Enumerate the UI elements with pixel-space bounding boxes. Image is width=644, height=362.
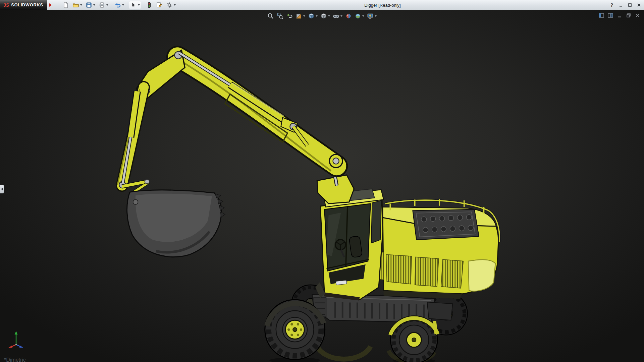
- select-cursor-icon: [130, 2, 137, 8]
- hide-show-items-icon: [333, 13, 339, 19]
- brand-name: SOLIDWORKS: [11, 2, 43, 7]
- view-orientation-button[interactable]: [307, 12, 319, 20]
- menu-flyout-arrow[interactable]: [49, 3, 52, 7]
- print-icon: [99, 2, 105, 8]
- hide-show-dropdown-caret[interactable]: [340, 15, 342, 17]
- help-icon: ?: [610, 2, 613, 8]
- side-window: [371, 200, 382, 243]
- pane-split-icon: [607, 12, 613, 18]
- help-button[interactable]: ?: [608, 1, 616, 9]
- open-button[interactable]: [71, 1, 84, 9]
- view-settings-icon: [367, 13, 374, 19]
- apply-scene-button[interactable]: [354, 12, 365, 20]
- new-document-button[interactable]: [61, 1, 70, 9]
- options-button[interactable]: [165, 1, 177, 9]
- view-orientation-icon: [308, 13, 315, 19]
- close-document-button[interactable]: [634, 12, 641, 19]
- document-window-controls: [598, 12, 641, 19]
- close-icon: [637, 3, 641, 7]
- close-button[interactable]: [635, 1, 643, 9]
- restore-document-button[interactable]: [625, 12, 632, 19]
- titlebar: 3S SOLIDWORKS: [0, 0, 644, 10]
- engine-housing: [375, 199, 500, 299]
- zoom-to-area-button[interactable]: [276, 12, 284, 20]
- window-title: Digger [Read-only]: [364, 2, 400, 7]
- view-settings-dropdown-caret[interactable]: [375, 15, 377, 17]
- minimize-button[interactable]: [617, 1, 625, 9]
- bucket-cylinder: [179, 53, 284, 120]
- zoom-to-fit-icon: [267, 13, 274, 19]
- apply-scene-dropdown-caret[interactable]: [362, 15, 364, 17]
- pane-split-button[interactable]: [607, 12, 614, 19]
- orientation-triad[interactable]: [7, 328, 25, 349]
- window-controls: ?: [608, 0, 643, 10]
- restore-document-icon: [626, 13, 631, 18]
- view-settings-button[interactable]: [366, 12, 378, 20]
- triad-origin: [15, 344, 17, 345]
- view-orientation-dropdown-caret[interactable]: [316, 15, 318, 17]
- end-panel: [468, 260, 495, 291]
- select-button[interactable]: [129, 1, 141, 9]
- undo-button[interactable]: [113, 1, 125, 9]
- triad-x-axis: [8, 345, 16, 348]
- hide-show-items-button[interactable]: [332, 12, 343, 20]
- undo-icon: [114, 2, 121, 8]
- previous-view-button[interactable]: [285, 12, 294, 20]
- zoom-to-area-icon: [277, 13, 283, 19]
- previous-view-icon: [286, 13, 293, 19]
- rebuild-button[interactable]: [145, 1, 154, 9]
- triad-z-axis: [16, 345, 23, 348]
- view-orientation-label: *Dimetric: [4, 357, 26, 362]
- minimize-document-icon: [617, 13, 622, 18]
- undo-dropdown-caret[interactable]: [122, 4, 124, 6]
- display-style-icon: [320, 13, 327, 19]
- new-document-icon: [62, 2, 69, 8]
- file-properties-button[interactable]: [155, 1, 164, 9]
- open-folder-icon: [72, 2, 79, 8]
- display-style-dropdown-caret[interactable]: [328, 15, 330, 17]
- section-view-button[interactable]: [294, 12, 306, 20]
- close-document-icon: [635, 13, 640, 18]
- edit-appearance-button[interactable]: [344, 12, 353, 20]
- save-dropdown-caret[interactable]: [93, 4, 95, 6]
- options-gear-icon: [166, 2, 173, 8]
- print-button[interactable]: [97, 1, 110, 9]
- rebuild-stoplight-icon: [146, 2, 153, 8]
- maximize-button[interactable]: [626, 1, 634, 9]
- top-grille: [413, 209, 479, 240]
- featuremanager-collapse-tab[interactable]: [0, 185, 4, 193]
- excavator-model[interactable]: [0, 10, 644, 362]
- chassis: [312, 295, 453, 322]
- sheet-pencil-icon: [156, 2, 163, 8]
- edit-appearance-icon: [345, 13, 352, 19]
- pane-preview-icon: [598, 12, 604, 18]
- collapse-arrow-icon: [1, 188, 3, 190]
- open-dropdown-caret[interactable]: [80, 4, 82, 6]
- graphics-viewport[interactable]: *Dimetric: [0, 10, 644, 362]
- solidworks-logo-icon: 3S: [3, 2, 9, 8]
- heads-up-view-toolbar: [266, 12, 378, 20]
- solidworks-brand: 3S SOLIDWORKS: [0, 0, 47, 10]
- section-view-dropdown-caret[interactable]: [303, 15, 305, 17]
- bucket: [127, 190, 225, 257]
- select-dropdown-caret[interactable]: [138, 4, 140, 6]
- options-dropdown-caret[interactable]: [174, 4, 176, 6]
- boom-arm-assembly: [117, 50, 354, 257]
- minimize-icon: [619, 3, 623, 7]
- section-view-icon: [296, 13, 302, 19]
- save-button[interactable]: [84, 1, 97, 9]
- minimize-document-button[interactable]: [616, 12, 623, 19]
- display-style-button[interactable]: [319, 12, 331, 20]
- save-icon: [86, 2, 92, 8]
- print-dropdown-caret[interactable]: [106, 4, 108, 6]
- main-toolbar: [61, 1, 177, 9]
- apply-scene-icon: [355, 13, 361, 19]
- zoom-to-fit-button[interactable]: [266, 12, 275, 20]
- triad-y-axis: [15, 331, 18, 345]
- pane-preview-button[interactable]: [598, 12, 605, 19]
- maximize-icon: [628, 3, 632, 7]
